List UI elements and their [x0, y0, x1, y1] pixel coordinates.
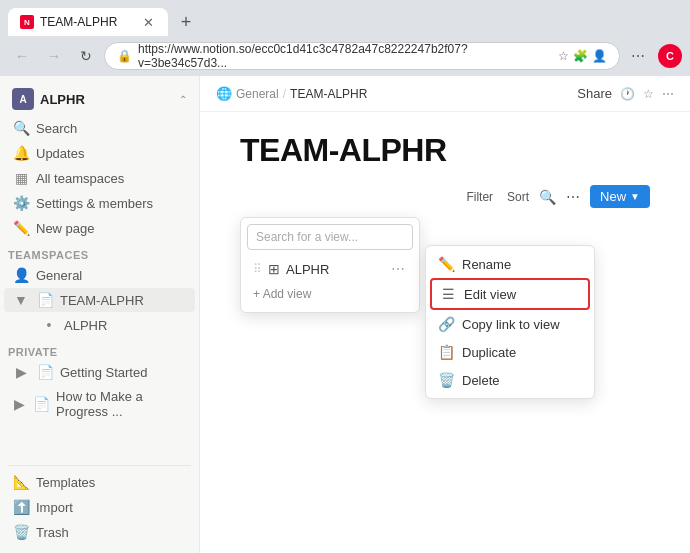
sidebar-item-getting-started-label: Getting Started: [60, 365, 147, 380]
forward-button[interactable]: →: [40, 42, 68, 70]
view-dropdown-item[interactable]: ⠿ ⊞ ALPHR ⋯: [247, 256, 413, 282]
chrome-profile[interactable]: C: [658, 44, 682, 68]
sidebar-item-new-page[interactable]: ✏️ New page: [4, 216, 195, 240]
alphr-page-icon: •: [40, 317, 58, 333]
context-menu-edit-view-label: Edit view: [464, 287, 516, 302]
drag-handle-icon: ⠿: [253, 262, 262, 276]
sidebar-item-progress-label: How to Make a Progress ...: [56, 389, 187, 419]
workspace-avatar: A: [12, 88, 34, 110]
address-bar[interactable]: 🔒 https://www.notion.so/ecc0c1d41c3c4782…: [104, 42, 620, 70]
rename-icon: ✏️: [438, 256, 454, 272]
sidebar-item-settings-label: Settings & members: [36, 196, 153, 211]
duplicate-icon: 📋: [438, 344, 454, 360]
breadcrumb-page[interactable]: TEAM-ALPHR: [290, 87, 367, 101]
sidebar-item-templates[interactable]: 📐 Templates: [4, 470, 195, 494]
navigation-bar: ← → ↻ 🔒 https://www.notion.so/ecc0c1d41c…: [0, 36, 690, 76]
sidebar-item-team-alphr[interactable]: ▼ 📄 TEAM-ALPHR: [4, 288, 195, 312]
add-view-label: + Add view: [253, 287, 311, 301]
sidebar-item-getting-started[interactable]: ▶ 📄 Getting Started: [4, 360, 195, 384]
board-view-icon: ⊞: [268, 261, 280, 277]
workspace-name: ALPHR: [40, 92, 173, 107]
context-menu-rename[interactable]: ✏️ Rename: [430, 250, 590, 278]
settings-icon: ⚙️: [12, 195, 30, 211]
getting-started-icon: ▶: [12, 364, 30, 380]
edit-view-icon: ☰: [440, 286, 456, 302]
templates-icon: 📐: [12, 474, 30, 490]
progress-page-icon: 📄: [33, 396, 50, 412]
extensions-icon[interactable]: 🧩: [573, 49, 588, 63]
breadcrumb-bar: 🌐 General / TEAM-ALPHR Share 🕐 ☆ ⋯: [200, 76, 690, 112]
getting-started-page-icon: 📄: [36, 364, 54, 380]
sidebar-item-updates-label: Updates: [36, 146, 84, 161]
sidebar-item-all-teamspaces[interactable]: ▦ All teamspaces: [4, 166, 195, 190]
team-alphr-chevron-icon: ▼: [12, 292, 30, 308]
view-item-name: ALPHR: [286, 262, 383, 277]
context-menu-delete-label: Delete: [462, 373, 500, 388]
search-button[interactable]: 🔍: [539, 189, 556, 205]
sidebar-item-import[interactable]: ⬆️ Import: [4, 495, 195, 519]
share-button[interactable]: Share: [577, 86, 612, 101]
copy-link-icon: 🔗: [438, 316, 454, 332]
tab-close-button[interactable]: ✕: [140, 14, 156, 30]
add-view-button[interactable]: + Add view: [247, 282, 413, 306]
filter-button[interactable]: Filter: [462, 188, 497, 206]
browser-tab[interactable]: N TEAM-ALPHR ✕: [8, 8, 168, 36]
history-icon[interactable]: 🕐: [620, 87, 635, 101]
context-menu-duplicate[interactable]: 📋 Duplicate: [430, 338, 590, 366]
view-dropdown-panel: ⠿ ⊞ ALPHR ⋯ + Add view: [240, 217, 420, 313]
sidebar-item-team-alphr-label: TEAM-ALPHR: [60, 293, 144, 308]
sidebar-item-alphr[interactable]: • ALPHR: [4, 313, 195, 337]
back-button[interactable]: ←: [8, 42, 36, 70]
sidebar-item-search[interactable]: 🔍 Search: [4, 116, 195, 140]
toolbar-row: ⠿ ⊞ ALPHR ⋯ + Add view ✏️ Rename: [240, 185, 650, 208]
sidebar-item-templates-label: Templates: [36, 475, 95, 490]
context-menu-delete[interactable]: 🗑️ Delete: [430, 366, 590, 394]
context-menu-duplicate-label: Duplicate: [462, 345, 516, 360]
address-bar-icons: ☆ 🧩 👤: [558, 49, 607, 63]
sidebar-item-alphr-label: ALPHR: [64, 318, 107, 333]
more-options-icon[interactable]: ⋯: [662, 87, 674, 101]
profile-icon[interactable]: 👤: [592, 49, 607, 63]
sidebar-item-progress[interactable]: ▶ 📄 How to Make a Progress ...: [4, 385, 195, 423]
reload-button[interactable]: ↻: [72, 42, 100, 70]
sidebar-item-general[interactable]: 👤 General: [4, 263, 195, 287]
new-button[interactable]: New ▼: [590, 185, 650, 208]
sidebar-item-trash[interactable]: 🗑️ Trash: [4, 520, 195, 544]
breadcrumb-workspace-icon: 🌐: [216, 86, 232, 101]
sidebar-item-updates[interactable]: 🔔 Updates: [4, 141, 195, 165]
context-menu-edit-view[interactable]: ☰ Edit view: [430, 278, 590, 310]
sidebar-item-general-label: General: [36, 268, 82, 283]
new-tab-button[interactable]: +: [172, 8, 200, 36]
main-content: 🌐 General / TEAM-ALPHR Share 🕐 ☆ ⋯ TEAM-…: [200, 76, 690, 553]
toolbar-more-button[interactable]: ⋯: [562, 187, 584, 207]
new-page-icon: ✏️: [12, 220, 30, 236]
context-menu-rename-label: Rename: [462, 257, 511, 272]
sidebar-item-trash-label: Trash: [36, 525, 69, 540]
delete-icon: 🗑️: [438, 372, 454, 388]
star-icon[interactable]: ☆: [643, 87, 654, 101]
context-menu-copy-link-label: Copy link to view: [462, 317, 560, 332]
sidebar-item-settings[interactable]: ⚙️ Settings & members: [4, 191, 195, 215]
workspace-selector[interactable]: A ALPHR ⌃: [4, 84, 195, 114]
bookmark-icon[interactable]: ☆: [558, 49, 569, 63]
browser-menu-button[interactable]: ⋯: [624, 42, 652, 70]
private-section-label: Private: [0, 338, 199, 360]
sidebar: A ALPHR ⌃ 🔍 Search 🔔 Updates ▦ All teams…: [0, 76, 200, 553]
context-menu: ✏️ Rename ☰ Edit view 🔗 Copy link to vie…: [425, 245, 595, 399]
view-search-input[interactable]: [247, 224, 413, 250]
general-icon: 👤: [12, 267, 30, 283]
sidebar-item-search-label: Search: [36, 121, 77, 136]
sort-button[interactable]: Sort: [503, 188, 533, 206]
context-menu-copy-link[interactable]: 🔗 Copy link to view: [430, 310, 590, 338]
progress-chevron-icon: ▶: [12, 396, 27, 412]
teamspaces-icon: ▦: [12, 170, 30, 186]
breadcrumb-workspace[interactable]: General: [236, 87, 279, 101]
page-title: TEAM-ALPHR: [240, 132, 650, 169]
breadcrumb-separator: /: [283, 87, 286, 101]
tab-title: TEAM-ALPHR: [40, 15, 134, 29]
new-button-label: New: [600, 189, 626, 204]
trash-icon: 🗑️: [12, 524, 30, 540]
view-item-more-button[interactable]: ⋯: [389, 261, 407, 277]
sidebar-item-all-teamspaces-label: All teamspaces: [36, 171, 124, 186]
updates-icon: 🔔: [12, 145, 30, 161]
